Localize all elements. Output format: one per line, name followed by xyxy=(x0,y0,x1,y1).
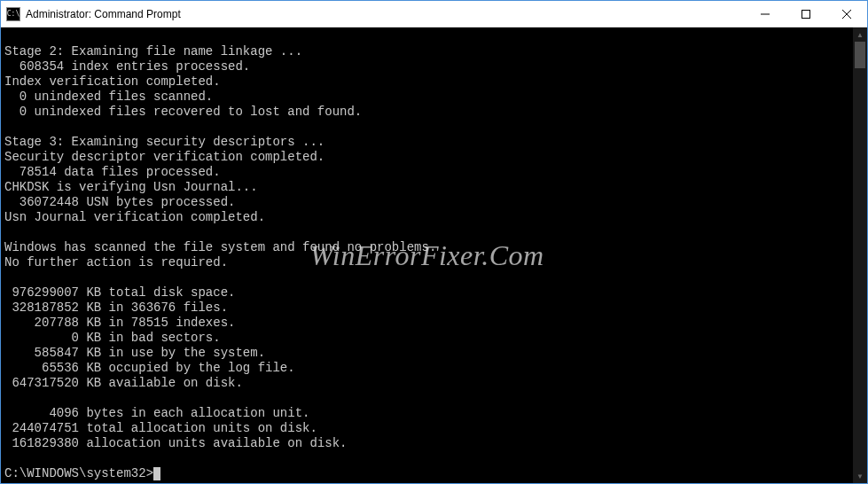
titlebar[interactable]: C:\ Administrator: Command Prompt xyxy=(1,1,867,27)
terminal-text: Stage 2: Examining file name linkage ...… xyxy=(4,44,436,450)
close-icon xyxy=(842,10,851,19)
scroll-down-arrow[interactable]: ▼ xyxy=(853,469,867,483)
minimize-button[interactable] xyxy=(745,1,786,27)
scrollbar[interactable]: ▲ ▼ xyxy=(853,27,867,483)
prompt: C:\WINDOWS\system32> xyxy=(4,466,153,480)
cmd-icon: C:\ xyxy=(6,7,20,21)
maximize-icon xyxy=(802,10,810,19)
window-controls xyxy=(745,1,867,27)
scroll-thumb[interactable] xyxy=(855,42,865,68)
scroll-track[interactable] xyxy=(853,42,867,469)
minimize-icon xyxy=(761,10,770,19)
terminal-output[interactable]: Stage 2: Examining file name linkage ...… xyxy=(1,27,853,483)
cursor xyxy=(153,467,160,480)
close-button[interactable] xyxy=(826,1,867,27)
terminal-container: Stage 2: Examining file name linkage ...… xyxy=(1,27,867,483)
window-title: Administrator: Command Prompt xyxy=(26,8,745,20)
command-prompt-window: C:\ Administrator: Command Prompt Stage … xyxy=(0,0,868,484)
svg-rect-1 xyxy=(802,10,810,18)
scroll-up-arrow[interactable]: ▲ xyxy=(853,27,867,42)
maximize-button[interactable] xyxy=(786,1,826,27)
